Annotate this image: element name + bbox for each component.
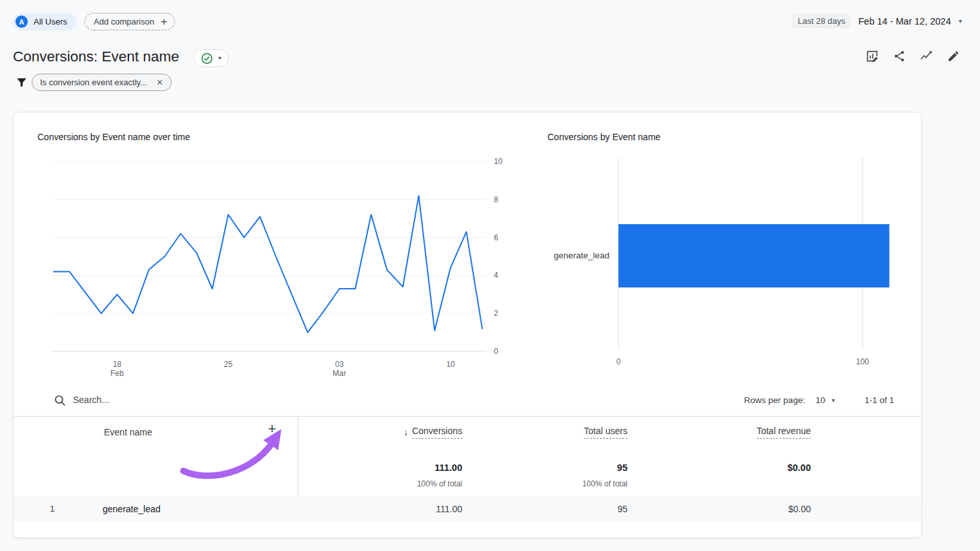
add-column-button[interactable]: + (268, 421, 276, 437)
totals-conversions: 111.00 (294, 463, 462, 473)
share-icon[interactable] (892, 48, 907, 64)
annotation-arrow (165, 426, 304, 490)
svg-text:10: 10 (446, 360, 455, 369)
rows-per-page-label: Rows per page: (744, 395, 806, 405)
row-number: 1 (39, 504, 65, 514)
report-status-dropdown[interactable]: ▾ (194, 49, 229, 67)
svg-text:0: 0 (494, 347, 498, 356)
totals-total-users: 95 (498, 463, 628, 473)
row-conversions: 111.00 (294, 504, 462, 514)
svg-text:10: 10 (494, 157, 503, 166)
column-header-conversions[interactable]: ↓ Conversions (294, 426, 462, 439)
table-top-divider (14, 416, 921, 417)
table-row[interactable]: 1 generate_lead 111.00 95 $0.00 (14, 497, 921, 521)
date-range-preset-label: Last 28 days (793, 14, 851, 28)
row-total-users: 95 (498, 504, 628, 514)
column-header-label: Total revenue (757, 426, 811, 439)
svg-text:generate_lead: generate_lead (554, 251, 609, 260)
all-users-segment-chip[interactable]: A All Users (13, 13, 77, 30)
report-panel: Conversions by Event name over time 0246… (13, 112, 922, 538)
search-input[interactable] (73, 391, 383, 408)
column-header-total-users[interactable]: Total users (498, 426, 628, 439)
plus-icon: + (161, 16, 167, 27)
rows-per-page-value: 10 (815, 395, 825, 405)
pagination-status: 1-1 of 1 (864, 395, 894, 405)
search-icon (54, 394, 66, 410)
edit-pencil-icon[interactable] (946, 48, 961, 64)
conversions-by-event-bar-chart: 0100generate_lead (547, 151, 919, 384)
add-comparison-label: Add comparison (94, 17, 154, 26)
pagination-toolbar: Rows per page: 10 ▾ 1-1 of 1 (744, 395, 894, 405)
line-chart-title: Conversions by Event name over time (37, 132, 190, 142)
svg-text:18: 18 (113, 360, 122, 369)
edit-comparisons-chart-icon[interactable] (864, 48, 880, 64)
svg-text:0: 0 (617, 357, 621, 366)
chevron-down-icon: ▾ (832, 397, 835, 404)
svg-text:25: 25 (224, 360, 233, 369)
column-header-label: Conversions (412, 426, 462, 439)
svg-text:Mar: Mar (332, 369, 346, 378)
chevron-down-icon: ▾ (218, 55, 221, 61)
report-actions-toolbar (864, 48, 961, 64)
report-filter-chip[interactable]: Is conversion event exactly... ✕ (32, 74, 172, 91)
svg-text:Feb: Feb (110, 369, 124, 378)
sort-desc-icon: ↓ (403, 427, 408, 437)
check-circle-icon (201, 52, 213, 65)
filter-funnel-icon (15, 76, 28, 91)
segment-avatar: A (15, 16, 28, 28)
add-comparison-button[interactable]: Add comparison + (85, 13, 175, 30)
column-header-label: Total users (584, 426, 628, 439)
insights-icon[interactable] (919, 48, 934, 64)
svg-text:8: 8 (494, 195, 498, 204)
date-range-value: Feb 14 - Mar 12, 2024 (858, 16, 950, 26)
bar-chart-title: Conversions by Event name (547, 132, 660, 142)
svg-text:6: 6 (494, 233, 498, 242)
svg-text:4: 4 (494, 271, 498, 280)
row-event-name: generate_lead (103, 504, 161, 514)
row-total-revenue: $0.00 (669, 504, 811, 514)
totals-conversions-pct: 100% of total (294, 479, 462, 488)
svg-text:2: 2 (494, 309, 498, 318)
rows-per-page-select[interactable]: 10 ▾ (815, 395, 835, 405)
chevron-down-icon: ▾ (959, 18, 962, 25)
segment-label: All Users (34, 17, 67, 26)
page-title: Conversions: Event name (13, 48, 179, 65)
date-range-picker[interactable]: Last 28 days Feb 14 - Mar 12, 2024 ▾ (793, 14, 962, 28)
svg-text:100: 100 (856, 357, 869, 366)
totals-total-revenue: $0.00 (669, 463, 811, 473)
column-header-total-revenue[interactable]: Total revenue (669, 426, 811, 439)
conversions-over-time-line-chart: 024681018Feb2503Mar10 (39, 151, 520, 384)
filter-chip-label: Is conversion event exactly... (40, 78, 147, 87)
svg-text:03: 03 (335, 360, 344, 369)
totals-total-users-pct: 100% of total (498, 479, 628, 488)
column-header-event-name[interactable]: Event name (104, 427, 152, 437)
close-icon[interactable]: ✕ (156, 78, 163, 87)
